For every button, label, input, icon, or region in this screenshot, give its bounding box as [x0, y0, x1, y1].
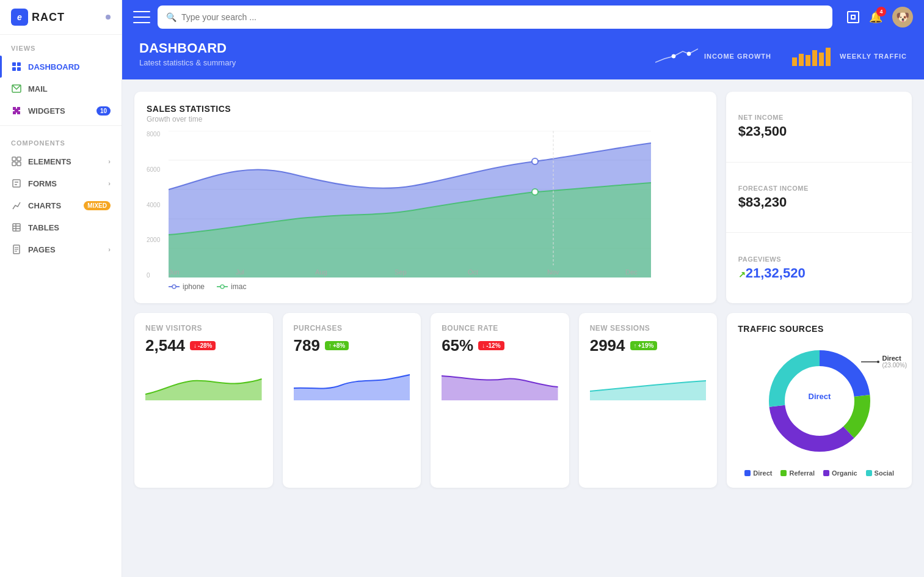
sidebar-item-forms[interactable]: FORMS ›: [0, 172, 122, 194]
svg-rect-25: [812, 50, 817, 66]
menu-button[interactable]: [133, 11, 150, 23]
new-visitors-value: 2,544: [145, 336, 185, 355]
dashboard-widgets: INCOME GROWTH WEEKLY TRAFFIC: [655, 45, 907, 67]
weekly-traffic-widget[interactable]: WEEKLY TRAFFIC: [791, 45, 907, 67]
bounce-rate-chart: [442, 364, 558, 400]
mail-icon: [11, 83, 22, 94]
net-income-value: $23,500: [738, 123, 900, 139]
stats-row: NEW VISITORS 2,544 ↓-28% PURCHASES 789: [134, 313, 912, 488]
logo-icon: e: [11, 9, 28, 26]
page-title: DASHBOARD: [139, 40, 236, 56]
page-subtitle: Latest statistics & summary: [139, 58, 236, 67]
svg-point-53: [877, 361, 879, 363]
top-cards-row: SALES STATISTICS Growth over time 8000 6…: [134, 92, 912, 303]
purchases-value: 789: [294, 336, 320, 355]
chart-legend: iphone imac: [169, 282, 704, 291]
bounce-rate-card: BOUNCE RATE 65% ↓-12%: [431, 313, 569, 488]
svg-text:Oct: Oct: [468, 268, 478, 276]
svg-rect-2: [12, 67, 16, 71]
legend-referral: Referral: [780, 469, 815, 477]
legend-organic-label: Organic: [832, 469, 857, 477]
sidebar: e RACT VIEWS DASHBOARD MAIL WIDGETS 10 C…: [0, 0, 122, 577]
svg-point-20: [672, 54, 675, 58]
svg-rect-5: [12, 157, 16, 161]
elements-icon: [11, 156, 22, 167]
legend-referral-dot: [780, 470, 787, 476]
sidebar-label-pages: PAGES: [28, 245, 56, 254]
tables-icon: [11, 222, 22, 233]
new-visitors-badge: ↓-28%: [190, 341, 216, 350]
pageviews-label: PAGEVIEWS: [738, 255, 900, 263]
legend-direct: Direct: [744, 469, 772, 477]
sidebar-item-pages[interactable]: PAGES ›: [0, 238, 122, 260]
pages-icon: [11, 244, 22, 255]
new-visitors-label: NEW VISITORS: [145, 324, 262, 333]
svg-text:Jul: Jul: [236, 268, 244, 276]
direct-callout: Direct (23.00%): [861, 355, 907, 369]
purchases-chart: [294, 364, 410, 400]
legend-direct-label: Direct: [753, 469, 772, 477]
net-income-metric: NET INCOME $23,500: [726, 92, 912, 163]
sidebar-item-mail[interactable]: MAIL: [0, 78, 122, 100]
pageviews-value: ↗21,32,520: [738, 265, 900, 281]
purchases-card: PURCHASES 789 ↑+8%: [283, 313, 421, 488]
legend-imac: imac: [217, 282, 246, 291]
new-sessions-card: NEW SESSIONS 2994 ↑+19%: [579, 313, 718, 488]
sales-chart-area: 8000 6000 4000 2000 0: [147, 131, 704, 291]
sales-svg-chart: Jun Jul Aug Sep Oct Nov Dec: [169, 131, 651, 277]
bounce-rate-value: 65%: [442, 336, 473, 355]
bounce-rate-badge: ↓-12%: [478, 341, 504, 350]
logo-text: RACT: [32, 11, 65, 24]
svg-rect-1: [17, 62, 21, 66]
chevron-right-icon-forms: ›: [108, 180, 111, 187]
svg-text:Dec: Dec: [625, 268, 638, 276]
bounce-rate-value-row: 65% ↓-12%: [442, 336, 558, 355]
y-axis-labels: 8000 6000 4000 2000 0: [147, 131, 160, 279]
svg-text:Nov: Nov: [547, 268, 559, 276]
grid-icon: [11, 61, 22, 72]
sidebar-item-elements[interactable]: ELEMENTS ›: [0, 150, 122, 172]
search-input[interactable]: [181, 12, 824, 22]
svg-rect-0: [12, 62, 16, 66]
sidebar-label-dashboard: DASHBOARD: [28, 62, 80, 72]
svg-rect-6: [17, 157, 21, 161]
notifications-bell[interactable]: 🔔 4: [869, 10, 882, 24]
svg-rect-27: [826, 48, 831, 66]
traffic-legend: Direct Referral Organic Social: [738, 469, 901, 477]
income-growth-label: INCOME GROWTH: [704, 53, 771, 60]
expand-button[interactable]: [847, 11, 859, 23]
sales-chart-title: SALES STATISTICS: [147, 104, 704, 114]
legend-social-dot: [866, 470, 872, 476]
avatar[interactable]: 🐶: [892, 7, 913, 28]
content-area: SALES STATISTICS Growth over time 8000 6…: [122, 79, 924, 577]
sidebar-item-tables[interactable]: TABLES: [0, 216, 122, 238]
svg-point-46: [220, 285, 224, 288]
sidebar-label-widgets: WIDGETS: [28, 106, 65, 116]
widgets-badge: 10: [96, 106, 111, 116]
svg-rect-3: [17, 67, 21, 71]
sidebar-item-dashboard[interactable]: DASHBOARD: [0, 56, 122, 78]
direct-callout-text: Direct (23.00%): [882, 355, 907, 369]
dashboard-header: DASHBOARD Latest statistics & summary IN…: [122, 34, 924, 79]
svg-text:Sep: Sep: [395, 268, 407, 276]
svg-point-34: [532, 189, 538, 195]
new-visitors-chart: [145, 364, 262, 400]
sidebar-item-widgets[interactable]: WIDGETS 10: [0, 100, 122, 122]
legend-direct-dot: [744, 470, 751, 476]
charts-badge: MIXED: [84, 201, 111, 210]
notifications-count: 4: [876, 7, 886, 17]
new-sessions-value-row: 2994 ↑+19%: [590, 336, 707, 355]
sidebar-label-forms: FORMS: [28, 179, 57, 188]
purchases-value-row: 789 ↑+8%: [294, 336, 410, 355]
forecast-income-metric: FORECAST INCOME $83,230: [726, 163, 912, 233]
donut-chart-wrap: Direct Direct (23.00%): [738, 340, 901, 462]
chart-svg-container: Jun Jul Aug Sep Oct Nov Dec: [169, 131, 704, 277]
sidebar-label-elements: ELEMENTS: [28, 157, 71, 166]
income-growth-widget[interactable]: INCOME GROWTH: [655, 45, 771, 67]
svg-rect-9: [13, 180, 20, 187]
new-sessions-chart: [590, 364, 707, 400]
svg-rect-24: [806, 55, 810, 66]
sidebar-item-charts[interactable]: CHARTS MIXED: [0, 194, 122, 216]
y-label-2000: 2000: [147, 237, 160, 243]
y-label-0: 0: [147, 272, 160, 279]
